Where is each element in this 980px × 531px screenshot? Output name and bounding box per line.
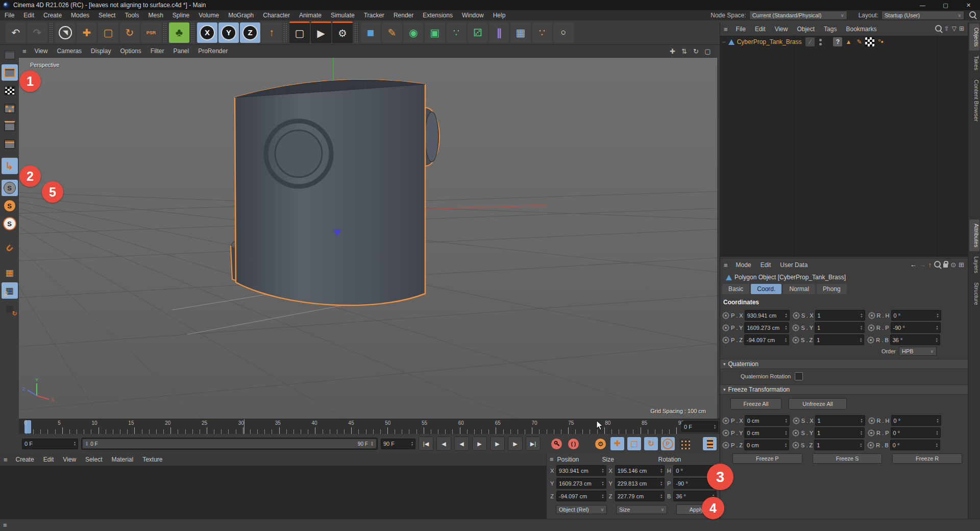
simulate-button[interactable]: ▦ bbox=[510, 22, 531, 43]
menu-animate[interactable]: Animate bbox=[295, 12, 326, 19]
edges-mode-button[interactable] bbox=[2, 118, 18, 134]
redo-button[interactable]: ↷ bbox=[27, 22, 47, 43]
rp-field[interactable]: -90 °▴▾ bbox=[891, 322, 941, 333]
lock-z-axis-button[interactable]: Z bbox=[240, 22, 260, 43]
freeze-rb-field[interactable]: 0 °▴▾ bbox=[890, 440, 940, 450]
material-tag-icon[interactable]: ✎ bbox=[854, 37, 864, 46]
mat-menu-view[interactable]: View bbox=[58, 456, 81, 463]
menu-select[interactable]: Select bbox=[94, 12, 120, 19]
om-menu-edit[interactable]: Edit bbox=[750, 26, 770, 33]
record-rotation-toggle[interactable]: ↻ bbox=[644, 437, 658, 450]
workplane-button[interactable]: ▦ bbox=[2, 264, 18, 281]
motion-system-button[interactable] bbox=[703, 437, 717, 450]
freeze-py-field[interactable]: 0 cm▴▾ bbox=[744, 427, 789, 438]
tab-structure[interactable]: Structure bbox=[969, 278, 979, 309]
rb-field[interactable]: 36 °▴▾ bbox=[890, 334, 940, 345]
key-radio[interactable] bbox=[868, 429, 875, 437]
mat-menu-select[interactable]: Select bbox=[81, 456, 107, 463]
coord-size-dropdown[interactable]: Size∨ bbox=[616, 505, 667, 514]
record-keyframe-button[interactable] bbox=[550, 437, 564, 450]
tab-layers[interactable]: Layers bbox=[969, 252, 979, 277]
frame-range-slider[interactable]: ‖ 0 F 90 F ‖ bbox=[81, 438, 378, 450]
menu-tracker[interactable]: Tracker bbox=[359, 12, 389, 19]
freeze-px-field[interactable]: 0 cm▴▾ bbox=[745, 415, 790, 426]
key-radio[interactable] bbox=[792, 442, 799, 449]
enable-axis-button[interactable]: ↳ bbox=[2, 158, 18, 174]
object-row[interactable]: – CyberProp_Tank_Brass ∕ ? ▲ ✎ °• bbox=[720, 36, 968, 47]
order-dropdown[interactable]: HPB∨ bbox=[899, 347, 937, 356]
add-cube-button[interactable]: ■ bbox=[360, 22, 381, 43]
key-radio[interactable] bbox=[868, 312, 875, 319]
minimize-button[interactable]: — bbox=[911, 0, 934, 10]
freeze-sx-field[interactable]: 1▴▾ bbox=[815, 415, 865, 426]
menu-window[interactable]: Window bbox=[457, 12, 488, 19]
tab-attributes[interactable]: Attributes bbox=[969, 220, 979, 251]
texture-tag-icon[interactable] bbox=[865, 37, 874, 46]
selection-tag-icon[interactable]: °• bbox=[876, 37, 885, 46]
lock-workplane-button[interactable]: ▦ bbox=[2, 282, 18, 299]
live-selection-tool[interactable]: ◥ bbox=[55, 22, 76, 43]
menu-mesh[interactable]: Mesh bbox=[143, 12, 167, 19]
enable-snap-button[interactable]: S bbox=[2, 180, 18, 196]
om-menu-view[interactable]: View bbox=[770, 26, 793, 33]
py-field[interactable]: 1609.273 cm▴▾ bbox=[744, 322, 789, 333]
size-y-field[interactable]: 229.813 cm▴▾ bbox=[615, 478, 665, 489]
menu-modes[interactable]: Modes bbox=[66, 12, 94, 19]
unfreeze-all-button[interactable]: Unfreeze All bbox=[789, 398, 847, 409]
generator-button[interactable]: ▣ bbox=[425, 22, 445, 43]
rotate-view-icon[interactable]: ↻ bbox=[692, 47, 700, 55]
tank-body[interactable] bbox=[235, 80, 425, 305]
menu-simulate[interactable]: Simulate bbox=[326, 12, 359, 19]
mat-menu-texture[interactable]: Texture bbox=[138, 456, 167, 463]
size-x-field[interactable]: 195.146 cm▴▾ bbox=[615, 465, 665, 476]
search-icon[interactable] bbox=[935, 25, 942, 33]
path-up-icon[interactable]: ⇧ bbox=[944, 25, 949, 33]
rh-field[interactable]: 0 °▴▾ bbox=[891, 310, 941, 321]
menu-edit[interactable]: Edit bbox=[19, 12, 39, 19]
timeline-ruler[interactable]: 0510 152025 303540 455055 606570 758085 … bbox=[19, 419, 720, 435]
key-radio[interactable] bbox=[722, 324, 729, 331]
paint-tool[interactable]: ♣ bbox=[169, 22, 189, 43]
quaternion-rotation-checkbox[interactable] bbox=[795, 372, 803, 380]
record-parameter-toggle[interactable]: P bbox=[661, 437, 675, 450]
auto-snap-button[interactable]: S bbox=[2, 215, 18, 232]
key-radio[interactable] bbox=[868, 324, 875, 331]
polygons-mode-button[interactable] bbox=[2, 136, 18, 152]
scale-tool[interactable]: ▢ bbox=[98, 22, 118, 43]
magnet-tool-button[interactable]: ∪ bbox=[2, 239, 18, 256]
workplane-mode-button[interactable]: ▦↻ bbox=[2, 300, 18, 317]
add-panel-icon[interactable]: ⊞ bbox=[959, 25, 964, 33]
next-key-button[interactable]: ▶ bbox=[508, 437, 523, 451]
forward-icon[interactable]: → bbox=[919, 261, 926, 269]
key-radio[interactable] bbox=[792, 336, 799, 344]
search-icon[interactable] bbox=[934, 261, 941, 269]
freeze-all-button[interactable]: Freeze All bbox=[730, 398, 781, 409]
key-radio[interactable] bbox=[722, 336, 729, 344]
current-frame-field[interactable]: 0 F ▴▾ bbox=[22, 439, 78, 449]
view-label[interactable]: Perspective bbox=[30, 62, 59, 68]
camera-button[interactable]: ∵ bbox=[532, 22, 552, 43]
om-menu-object[interactable]: Object bbox=[792, 26, 819, 33]
menu-extensions[interactable]: Extensions bbox=[418, 12, 457, 19]
freeze-rh-field[interactable]: 0 °▴▾ bbox=[891, 415, 941, 426]
hamburger-icon[interactable]: ≡ bbox=[0, 456, 11, 464]
tank-object[interactable] bbox=[231, 79, 439, 305]
deformer-button[interactable]: ∵ bbox=[446, 22, 467, 43]
freeze-pz-field[interactable]: 0 cm▴▾ bbox=[744, 440, 789, 450]
om-menu-bookmarks[interactable]: Bookmarks bbox=[841, 26, 881, 33]
hamburger-icon[interactable]: ≡ bbox=[19, 47, 30, 55]
node-space-dropdown[interactable]: Current (Standard/Physical) ∨ bbox=[749, 11, 847, 20]
go-to-end-button[interactable]: ▶| bbox=[526, 437, 541, 451]
viewport-canvas[interactable]: Y X Z Perspective Grid Spacing : 100 cm bbox=[19, 58, 717, 419]
quaternion-section-bar[interactable]: ▾ Quaternion bbox=[720, 359, 968, 369]
key-radio[interactable] bbox=[722, 429, 729, 437]
freeze-rp-field[interactable]: 0 °▴▾ bbox=[891, 427, 941, 438]
texture-mode-button[interactable] bbox=[2, 82, 18, 99]
mat-menu-material[interactable]: Material bbox=[107, 456, 138, 463]
menu-create[interactable]: Create bbox=[39, 12, 66, 19]
ruler-frame-field[interactable]: 0 F ▴▾ bbox=[681, 421, 718, 432]
attr-menu-userdata[interactable]: User Data bbox=[775, 261, 812, 269]
dolly-view-icon[interactable]: ⇅ bbox=[680, 47, 689, 55]
tab-basic[interactable]: Basic bbox=[722, 284, 749, 294]
record-pla-toggle[interactable] bbox=[678, 437, 692, 450]
